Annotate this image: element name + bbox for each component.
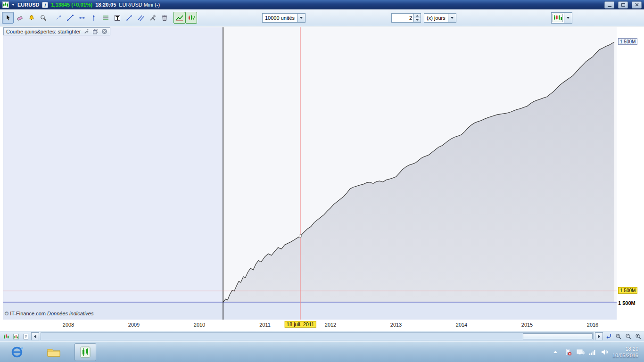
scroll-left-button[interactable] bbox=[31, 332, 39, 340]
taskbar-explorer-button[interactable] bbox=[41, 343, 67, 361]
tray-clock[interactable]: 18:20 10/05/2016 bbox=[612, 346, 638, 359]
maximize-icon bbox=[621, 3, 625, 7]
chevron-up-icon bbox=[416, 15, 419, 16]
double-arrow-icon bbox=[125, 14, 133, 22]
eraser-tool-button[interactable] bbox=[14, 12, 25, 24]
chart-style-select[interactable] bbox=[551, 12, 572, 24]
extended-line-tool-button[interactable] bbox=[123, 12, 135, 24]
scrollbar-track[interactable] bbox=[41, 332, 594, 340]
hidden-icons-button[interactable] bbox=[553, 351, 557, 353]
scroll-right-button[interactable] bbox=[595, 332, 603, 340]
indicator-panel-tab[interactable]: Courbe gains&pertes: starfighter bbox=[3, 27, 110, 35]
copyright-text: © IT-Finance.com bbox=[5, 311, 46, 316]
zoom-fit-button[interactable] bbox=[614, 332, 623, 341]
tools-icon bbox=[149, 14, 157, 22]
x-axis-year-label: 2014 bbox=[456, 322, 467, 328]
return-arrow-icon bbox=[605, 333, 612, 340]
volume-icon[interactable] bbox=[601, 348, 608, 356]
below-baseline-region bbox=[3, 302, 617, 320]
jump-to-end-button[interactable] bbox=[604, 332, 613, 341]
taskbar-trading-app-button[interactable] bbox=[74, 343, 96, 361]
zoom-out-button[interactable] bbox=[624, 332, 633, 341]
line-chart-icon bbox=[175, 14, 184, 22]
period-count-spinner[interactable]: 2 bbox=[391, 13, 421, 23]
baseline-axis-label: 1 500M bbox=[618, 300, 636, 306]
period-count-value[interactable]: 2 bbox=[392, 14, 413, 22]
chevron-down-icon bbox=[300, 17, 303, 19]
crosshair-value-axis-label: 1 500M bbox=[618, 287, 637, 294]
spinner-up-button[interactable] bbox=[414, 14, 421, 18]
zoom-fit-icon bbox=[615, 333, 622, 340]
timeframe-select-arrow-button[interactable] bbox=[448, 14, 456, 22]
horizontal-line-tool-button[interactable] bbox=[76, 12, 88, 24]
arrow-right-icon bbox=[598, 335, 600, 338]
app-icon bbox=[2, 1, 9, 8]
minimize-button[interactable] bbox=[604, 1, 614, 8]
titlebar[interactable]: EURUSD i 1,13845 (+0,01%) 18:20:05 EUR/U… bbox=[0, 0, 644, 9]
vertical-line-tool-button[interactable] bbox=[88, 12, 99, 24]
text-tool-button[interactable] bbox=[111, 12, 123, 24]
chevron-down-icon bbox=[416, 19, 419, 21]
crosshair-point-marker bbox=[299, 235, 302, 238]
zoom-tool-button[interactable] bbox=[37, 12, 49, 24]
candlestick-view-button[interactable] bbox=[1, 332, 10, 341]
segment-tool-button[interactable] bbox=[64, 12, 76, 24]
chart-style-arrow-button[interactable] bbox=[564, 13, 572, 23]
magnifier-icon bbox=[40, 14, 47, 22]
wrench-icon bbox=[83, 28, 90, 34]
current-value-axis-label: 1 500M bbox=[618, 38, 637, 45]
x-axis-year-label: 2008 bbox=[63, 322, 74, 328]
maximize-button[interactable] bbox=[618, 1, 628, 8]
equity-curve-chart[interactable] bbox=[3, 27, 617, 320]
panel-duplicate-button[interactable] bbox=[92, 28, 99, 35]
timeframe-select[interactable]: (x) jours bbox=[424, 13, 456, 23]
units-select[interactable]: 10000 unités bbox=[262, 13, 305, 23]
trash-tool-button[interactable] bbox=[158, 12, 170, 24]
close-icon bbox=[635, 3, 639, 7]
notes-button[interactable] bbox=[21, 332, 30, 341]
symbol-dropdown-caret-icon[interactable] bbox=[12, 4, 15, 6]
close-button[interactable] bbox=[632, 1, 642, 8]
spinner-down-button[interactable] bbox=[414, 18, 421, 22]
zoom-in-button[interactable] bbox=[634, 332, 643, 341]
dotted-arrow-icon bbox=[55, 14, 62, 22]
symbol-label[interactable]: EURUSD bbox=[17, 2, 39, 8]
note-page-icon bbox=[23, 333, 29, 340]
chart-view-button[interactable] bbox=[11, 332, 20, 341]
units-select-arrow-button[interactable] bbox=[297, 14, 305, 22]
indicator-panel-title: Courbe gains&pertes: starfighter bbox=[6, 29, 81, 34]
signal-bars-icon[interactable] bbox=[589, 348, 596, 356]
instrument-label: EUR/USD Mini (-) bbox=[119, 2, 160, 8]
panel-close-button[interactable] bbox=[101, 28, 107, 35]
vertical-line-icon bbox=[90, 14, 98, 22]
time-label: 18:20:05 bbox=[95, 2, 116, 8]
x-axis-year-label: 2009 bbox=[128, 322, 140, 328]
pointer-tool-button[interactable] bbox=[2, 12, 14, 24]
copyright-label: © IT-Finance.com Données indicatives bbox=[5, 311, 93, 316]
crosshair-date-label: 18 juil. 2011 bbox=[285, 321, 316, 328]
fibonacci-tool-button[interactable] bbox=[99, 12, 111, 24]
drawing-tools-button[interactable] bbox=[147, 12, 158, 24]
fibonacci-icon bbox=[102, 14, 109, 22]
pointer-icon bbox=[4, 14, 12, 22]
action-center-flag-icon[interactable] bbox=[564, 348, 572, 356]
parallel-lines-tool-button[interactable] bbox=[135, 12, 147, 24]
units-select-value: 10000 unités bbox=[263, 15, 297, 21]
info-button[interactable]: i bbox=[42, 2, 48, 8]
zoom-in-icon bbox=[635, 333, 642, 340]
line-chart-mode-button[interactable] bbox=[173, 12, 185, 24]
minimize-icon bbox=[608, 6, 611, 7]
pattern-mode-button[interactable] bbox=[185, 12, 197, 24]
panel-settings-button[interactable] bbox=[83, 28, 90, 35]
trash-icon bbox=[161, 14, 168, 22]
arrow-draw-tool-button[interactable] bbox=[52, 12, 64, 24]
chevron-down-icon bbox=[451, 17, 454, 19]
taskbar-ie-button[interactable] bbox=[4, 343, 30, 361]
horizontal-line-icon bbox=[78, 14, 86, 22]
scrollbar-thumb[interactable] bbox=[523, 333, 593, 339]
alarm-tool-button[interactable] bbox=[25, 12, 37, 24]
x-axis: 18 juil. 2011 20082009201020112012201320… bbox=[3, 321, 617, 331]
chart-panel[interactable]: Courbe gains&pertes: starfighter 1 500M … bbox=[0, 26, 644, 331]
candlestick-mode-icon bbox=[187, 14, 196, 22]
network-icon[interactable] bbox=[576, 348, 585, 356]
